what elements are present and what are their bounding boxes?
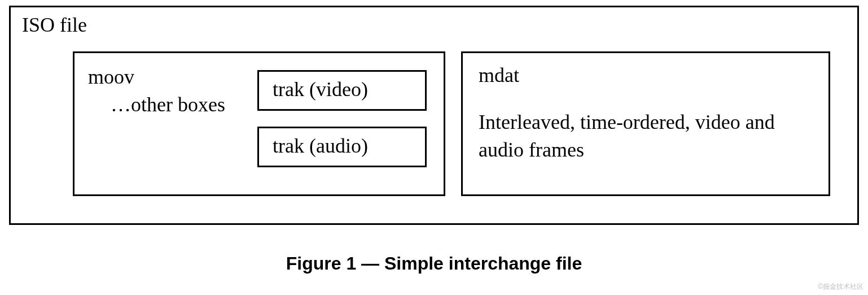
mdat-box: mdat Interleaved, time-ordered, video an… xyxy=(461,51,830,196)
inner-row: moov …other boxes trak (video) trak (aud… xyxy=(73,51,830,196)
trak-audio-box: trak (audio) xyxy=(257,127,427,167)
watermark: ©掘金技术社区 xyxy=(818,282,863,292)
mdat-description: Interleaved, time-ordered, video and aud… xyxy=(479,109,813,163)
mdat-title: mdat xyxy=(479,63,813,87)
moov-title: moov xyxy=(88,66,134,88)
trak-stack: trak (video) trak (audio) xyxy=(257,70,427,183)
moov-box: moov …other boxes trak (video) trak (aud… xyxy=(73,51,445,196)
iso-file-box: ISO file moov …other boxes trak (video) … xyxy=(9,6,859,225)
figure-caption: Figure 1 — Simple interchange file xyxy=(0,253,868,274)
trak-video-box: trak (video) xyxy=(257,70,427,111)
iso-file-label: ISO file xyxy=(22,13,846,37)
